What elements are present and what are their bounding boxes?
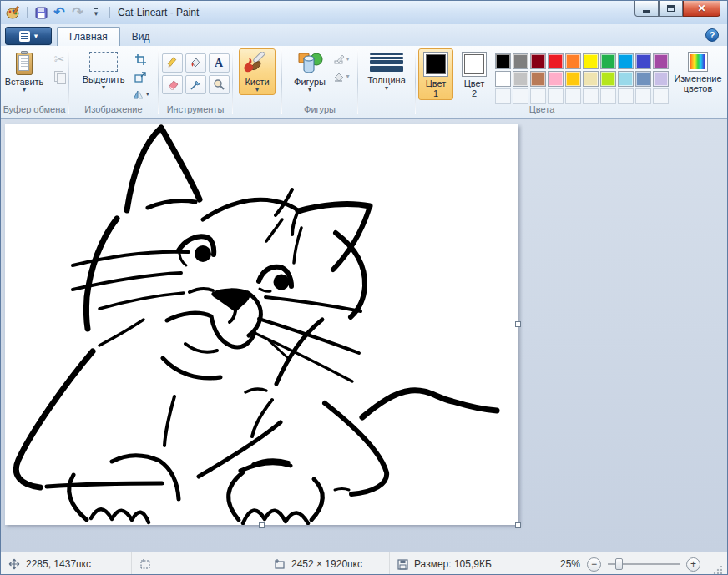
color-swatch[interactable] [635,71,651,87]
empty-color-swatch[interactable] [548,88,564,104]
title-bar[interactable]: ↶ ↷ ▾ Cat-Lineart - Paint ✕ [1,1,727,24]
cursor-position-value: 2285, 1437пкс [26,558,91,570]
palette-row-1 [495,53,669,69]
shape-outline-button[interactable]: ▾ [332,52,351,67]
zoom-in-button[interactable]: + [686,557,700,572]
color-swatch[interactable] [548,71,564,87]
empty-color-swatch[interactable] [530,88,546,104]
crop-icon [134,53,147,66]
help-button[interactable]: ? [705,28,719,42]
empty-color-swatch[interactable] [653,88,669,104]
tab-view[interactable]: Вид [120,27,162,46]
color-swatch[interactable] [513,71,528,87]
window-title: Cat-Lineart - Paint [118,7,199,18]
color-swatch[interactable] [565,53,581,69]
pencil-tool[interactable] [162,53,183,73]
application-menu-button[interactable]: ▾ [5,27,52,45]
color-swatch[interactable] [653,71,669,87]
group-label-image: Изображение [70,104,157,118]
empty-color-swatch[interactable] [495,88,511,104]
edit-colors-button[interactable]: Изменение цветов [672,48,724,95]
brushes-button[interactable]: Кисти ▾ [239,48,276,95]
group-tools: A [159,46,231,118]
cut-icon: ✂ [54,52,65,67]
undo-button[interactable]: ↶ [52,5,67,20]
file-size-value: Размер: 105,9КБ [414,558,492,570]
color-swatch[interactable] [530,53,546,69]
redo-icon: ↷ [72,7,83,18]
minimize-button[interactable] [634,1,659,17]
help-icon: ? [710,30,715,40]
status-bar: 2285, 1437пкс 2452 × 1920пкс Размер: 105… [1,552,727,575]
empty-color-swatch[interactable] [600,88,616,104]
paste-button[interactable]: Вставить ▾ [0,48,48,95]
size-button[interactable]: Толщина ▾ [362,48,411,93]
shapes-icon [296,52,324,75]
color-swatch[interactable] [513,53,528,69]
color-swatch[interactable] [635,53,651,69]
resize-handle-bottom[interactable] [259,522,265,528]
canvas-size-icon [273,558,286,570]
cut-button[interactable]: ✂ [50,52,68,67]
window-controls: ✕ [634,1,720,17]
color-swatch[interactable] [618,71,634,87]
shape-fill-button[interactable]: ▾ [332,69,351,84]
color-swatch[interactable] [653,53,669,69]
empty-color-swatch[interactable] [513,88,528,104]
color-swatch[interactable] [495,71,511,87]
select-button[interactable]: Выделить ▾ [78,48,130,93]
fill-tool[interactable] [185,53,206,73]
divider [232,49,233,114]
shapes-button[interactable]: Фигуры ▾ [289,48,331,95]
magnifier-icon [213,78,225,91]
color-swatch[interactable] [600,53,616,69]
resize-button[interactable] [131,69,149,84]
empty-color-swatch[interactable] [565,88,581,104]
empty-color-swatch[interactable] [635,88,651,104]
paint-app-icon [6,5,21,20]
divider [68,49,69,114]
color1-button[interactable]: Цвет 1 [418,48,453,100]
group-label-shapes: Фигуры [283,104,356,118]
divider [158,49,159,114]
group-shapes: Фигуры ▾ ▾ [283,46,356,118]
color-swatch[interactable] [618,53,634,69]
line-thickness-icon [370,52,403,73]
color2-number: 2 [472,88,477,98]
color-swatch[interactable] [495,53,511,69]
magnifier-tool[interactable] [209,75,230,94]
close-button[interactable]: ✕ [683,1,720,17]
palette-row-2 [495,71,669,87]
color1-swatch [426,54,446,74]
color-swatch[interactable] [565,71,581,87]
chevron-down-icon: ▾ [23,87,26,93]
zoom-slider[interactable] [608,563,680,565]
rotate-button[interactable]: ▾ [131,87,149,102]
color-swatch[interactable] [530,71,546,87]
qat-customize-button[interactable]: ▾ [88,5,104,20]
drawing-canvas[interactable] [5,124,518,525]
color-swatch[interactable] [583,71,599,87]
color-swatch[interactable] [583,53,599,69]
text-tool[interactable]: A [209,53,230,73]
resize-handle-corner[interactable] [515,522,521,528]
tab-home[interactable]: Главная [57,27,120,46]
eraser-tool[interactable] [162,75,183,94]
redo-button[interactable]: ↷ [70,5,85,20]
maximize-button[interactable] [659,1,683,17]
crop-button[interactable] [131,52,149,67]
cat-lineart-image [5,124,518,525]
save-button[interactable] [33,5,48,20]
empty-color-swatch[interactable] [618,88,634,104]
color-swatch[interactable] [600,71,616,87]
empty-color-swatch[interactable] [583,88,599,104]
color-picker-tool[interactable] [185,75,206,94]
copy-button[interactable] [50,69,68,84]
color-swatch[interactable] [548,53,564,69]
resize-grip[interactable] [712,566,722,575]
zoom-out-button[interactable]: − [587,557,601,572]
chevron-down-icon: ▾ [346,73,349,80]
color2-button[interactable]: Цвет 2 [457,48,492,100]
resize-handle-right[interactable] [515,321,521,327]
zoom-slider-thumb[interactable] [615,558,623,570]
